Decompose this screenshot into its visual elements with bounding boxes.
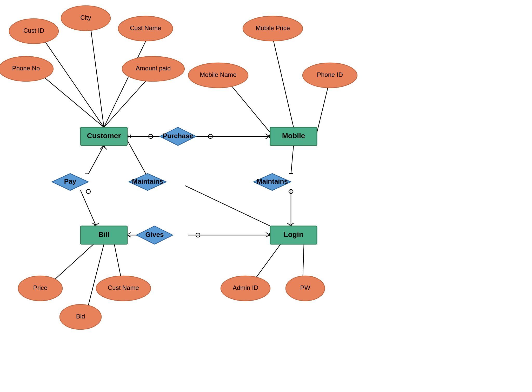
entity-mobile-label: Mobile (282, 132, 305, 140)
attribute-cust-id-label: Cust ID (23, 27, 44, 34)
svg-line-15 (88, 145, 104, 174)
attribute-cust-name-bill-label: Cust Name (108, 284, 139, 291)
entity-customer-label: Customer (87, 132, 121, 140)
svg-line-2 (104, 39, 147, 127)
svg-line-1 (91, 30, 104, 127)
svg-line-6 (226, 79, 270, 132)
attribute-pw-label: PW (300, 284, 310, 291)
svg-point-35 (86, 189, 90, 194)
attribute-mobile-price-label: Mobile Price (256, 24, 290, 31)
svg-line-3 (40, 74, 104, 127)
er-diagram: Customer Mobile Bill Login Purchase Pay … (0, 0, 532, 392)
attribute-city-label: City (80, 14, 91, 21)
svg-line-51 (266, 232, 270, 235)
svg-line-4 (104, 74, 152, 127)
attribute-cust-name-label: Cust Name (130, 24, 161, 31)
svg-line-8 (51, 244, 94, 283)
attribute-admin-id-label: Admin ID (233, 284, 258, 291)
svg-line-16 (81, 190, 96, 226)
attribute-mobile-name-label: Mobile Name (200, 71, 236, 78)
entity-bill-label: Bill (98, 230, 110, 238)
svg-line-42 (287, 223, 290, 225)
svg-line-29 (265, 136, 269, 139)
svg-line-18 (185, 186, 270, 226)
attribute-price-label: Price (33, 284, 48, 291)
relationship-purchase-label: Purchase (163, 132, 193, 140)
relationship-maintains-left-label: Maintains (132, 177, 163, 185)
attribute-phone-no-label: Phone No (12, 65, 40, 72)
svg-line-5 (273, 38, 294, 127)
attribute-bid-label: Bid (76, 313, 85, 320)
attribute-amount-paid-label: Amount paid (136, 65, 171, 72)
relationship-pay-label: Pay (64, 177, 76, 185)
relationship-maintains-right-label: Maintains (257, 177, 288, 185)
svg-line-17 (127, 140, 148, 178)
svg-line-39 (96, 223, 99, 225)
attribute-phone-id-label: Phone ID (317, 71, 343, 78)
entity-login-label: Login (284, 230, 303, 238)
svg-line-28 (265, 134, 269, 136)
svg-line-19 (291, 145, 294, 174)
relationship-gives-label: Gives (145, 231, 164, 238)
svg-line-0 (44, 40, 104, 127)
svg-line-33 (103, 146, 107, 149)
svg-line-10 (87, 244, 104, 310)
